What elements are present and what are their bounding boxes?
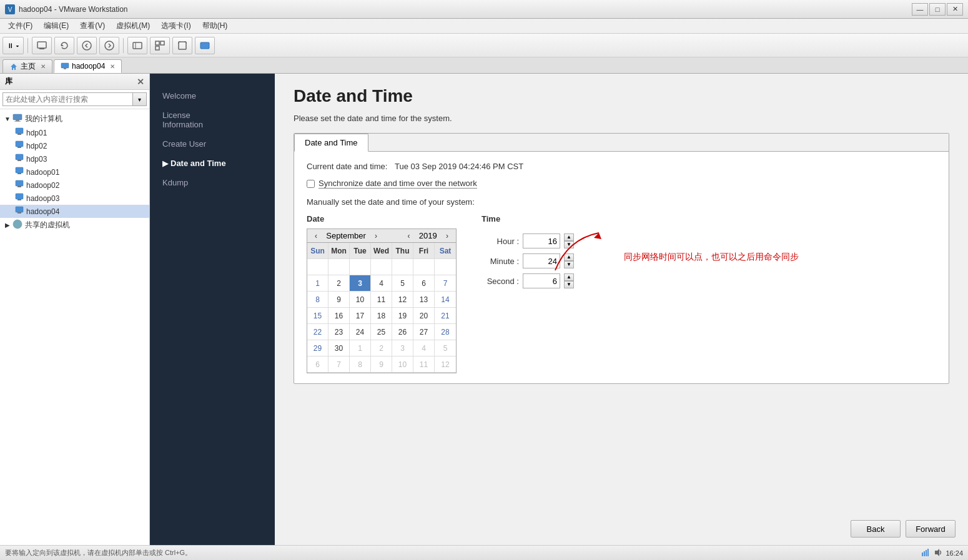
cal-day-11[interactable]: 11 xyxy=(371,292,392,308)
cal-day-2[interactable]: 2 xyxy=(328,275,350,292)
cal-day-14[interactable]: 14 xyxy=(435,292,456,308)
cal-day-oct8[interactable]: 8 xyxy=(350,356,371,373)
toolbar-forward-vm[interactable] xyxy=(99,37,119,54)
tree-item-my-computer[interactable]: ▼ 我的计算机 xyxy=(0,112,149,126)
cal-day[interactable] xyxy=(307,259,328,275)
cal-day[interactable] xyxy=(328,259,350,275)
tab-vm[interactable]: hadoop04 ✕ xyxy=(54,59,122,73)
tab-panel-date-time[interactable]: Date and Time xyxy=(294,134,368,152)
menu-help[interactable]: 帮助(H) xyxy=(197,19,234,33)
forward-button[interactable]: Forward xyxy=(906,520,956,538)
tree-item-hdp02[interactable]: hdp02 xyxy=(0,139,149,152)
cal-day-3[interactable]: 3 xyxy=(350,275,371,292)
cal-day-21[interactable]: 21 xyxy=(435,308,456,324)
tab-vm-close[interactable]: ✕ xyxy=(110,63,115,70)
cal-day[interactable] xyxy=(371,259,392,275)
cal-day-8[interactable]: 8 xyxy=(307,292,328,308)
toolbar-fullscreen[interactable] xyxy=(127,37,147,54)
cal-day-18[interactable]: 18 xyxy=(371,308,392,324)
cal-day-12[interactable]: 12 xyxy=(392,292,413,308)
next-month-btn[interactable]: › xyxy=(372,232,380,240)
menu-edit[interactable]: 编辑(E) xyxy=(38,19,74,33)
sync-checkbox[interactable] xyxy=(307,180,315,188)
menu-view[interactable]: 查看(V) xyxy=(74,19,111,33)
cal-day-oct12[interactable]: 12 xyxy=(435,356,456,373)
cal-day-26[interactable]: 26 xyxy=(392,324,413,340)
cal-day-oct1[interactable]: 1 xyxy=(350,340,371,356)
second-down-btn[interactable]: ▼ xyxy=(564,281,574,288)
tree-item-hadoop03[interactable]: hadoop03 xyxy=(0,192,149,205)
cal-day-23[interactable]: 23 xyxy=(328,324,350,340)
nav-license[interactable]: LicenseInformation xyxy=(150,106,275,134)
tab-home-close[interactable]: ✕ xyxy=(41,63,46,70)
cal-day-oct9[interactable]: 9 xyxy=(371,356,392,373)
tree-item-shared[interactable]: ▶ 共享的虚拟机 xyxy=(0,218,149,232)
cal-day-25[interactable]: 25 xyxy=(371,324,392,340)
tree-item-hdp01[interactable]: hdp01 xyxy=(0,126,149,139)
cal-day-1[interactable]: 1 xyxy=(307,275,328,292)
next-year-btn[interactable]: › xyxy=(443,232,451,240)
tree-item-hdp03[interactable]: hdp03 xyxy=(0,152,149,165)
cal-day-oct3[interactable]: 3 xyxy=(392,340,413,356)
cal-day-30[interactable]: 30 xyxy=(328,340,350,356)
cal-day-7[interactable]: 7 xyxy=(435,275,456,292)
cal-day-28[interactable]: 28 xyxy=(435,324,456,340)
cal-day[interactable] xyxy=(350,259,371,275)
nav-welcome[interactable]: Welcome xyxy=(150,86,275,106)
sync-label[interactable]: Synchronize date and time over the netwo… xyxy=(319,179,477,189)
cal-day-oct5[interactable]: 5 xyxy=(435,340,456,356)
nav-kdump[interactable]: Kdump xyxy=(150,173,275,192)
prev-month-btn[interactable]: ‹ xyxy=(312,232,320,240)
cal-day-22[interactable]: 22 xyxy=(307,324,328,340)
toolbar-stretch[interactable] xyxy=(195,37,215,54)
cal-day-20[interactable]: 20 xyxy=(413,308,435,324)
cal-day-16[interactable]: 16 xyxy=(328,308,350,324)
toolbar-unity[interactable] xyxy=(150,37,170,54)
cal-day[interactable] xyxy=(435,259,456,275)
toolbar-send-ctrl-alt-del[interactable] xyxy=(32,37,52,54)
cal-day-10[interactable]: 10 xyxy=(350,292,371,308)
cal-day-24[interactable]: 24 xyxy=(350,324,371,340)
menu-file[interactable]: 文件(F) xyxy=(2,19,38,33)
svg-rect-19 xyxy=(17,134,21,135)
minimize-button[interactable]: — xyxy=(912,3,928,16)
cal-day-27[interactable]: 27 xyxy=(413,324,435,340)
tree-item-hadoop02[interactable]: hadoop02 xyxy=(0,179,149,192)
nav-create-user[interactable]: Create User xyxy=(150,134,275,154)
cal-day-13[interactable]: 13 xyxy=(413,292,435,308)
back-button[interactable]: Back xyxy=(851,520,901,538)
cal-day-oct10[interactable]: 10 xyxy=(392,356,413,373)
cal-day-17[interactable]: 17 xyxy=(350,308,371,324)
toolbar-pause[interactable]: ⏸ ▾ xyxy=(2,37,24,54)
prev-year-btn[interactable]: ‹ xyxy=(405,232,413,240)
search-input[interactable] xyxy=(2,92,133,106)
maximize-button[interactable]: □ xyxy=(929,3,946,16)
cal-day-9[interactable]: 9 xyxy=(328,292,350,308)
cal-day-15[interactable]: 15 xyxy=(307,308,328,324)
menu-vm[interactable]: 虚拟机(M) xyxy=(111,19,156,33)
toolbar-revert[interactable] xyxy=(54,37,74,54)
menu-tab[interactable]: 选项卡(I) xyxy=(156,19,196,33)
cal-day-oct6[interactable]: 6 xyxy=(307,356,328,373)
toolbar-back[interactable] xyxy=(77,37,97,54)
search-button[interactable]: ▾ xyxy=(133,92,147,106)
cal-day-4[interactable]: 4 xyxy=(371,275,392,292)
cal-day-19[interactable]: 19 xyxy=(392,308,413,324)
toolbar-fit-guest[interactable] xyxy=(172,37,192,54)
cal-day[interactable] xyxy=(413,259,435,275)
cal-day[interactable] xyxy=(392,259,413,275)
tree-item-hadoop01[interactable]: hadoop01 xyxy=(0,165,149,179)
library-close-button[interactable]: ✕ xyxy=(137,77,144,87)
nav-date-time[interactable]: ▶ Date and Time xyxy=(150,154,275,173)
close-button[interactable]: ✕ xyxy=(947,3,963,16)
cal-day-29[interactable]: 29 xyxy=(307,340,328,356)
cal-day-oct4[interactable]: 4 xyxy=(413,340,435,356)
cal-day-oct11[interactable]: 11 xyxy=(413,356,435,373)
tree-item-hadoop04[interactable]: hadoop04 xyxy=(0,205,149,218)
cal-day-5[interactable]: 5 xyxy=(392,275,413,292)
cal-day-6[interactable]: 6 xyxy=(413,275,435,292)
main-layout: 库 ✕ ▾ ▼ 我的计算机 hdp01 xyxy=(0,74,968,545)
cal-day-oct7[interactable]: 7 xyxy=(328,356,350,373)
tab-home[interactable]: 主页 ✕ xyxy=(2,59,52,73)
cal-day-oct2[interactable]: 2 xyxy=(371,340,392,356)
